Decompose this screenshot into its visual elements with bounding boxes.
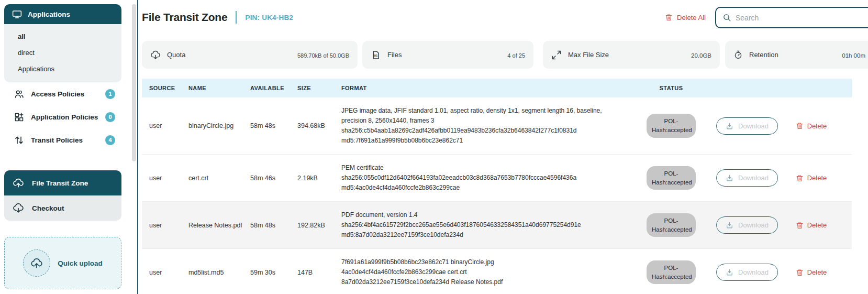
- table-row: user md5list.md5 59m 30s 147B 7f691a61a9…: [142, 249, 852, 294]
- trash-icon: [665, 13, 673, 21]
- status-badge: POL-Hash:accepted: [647, 166, 696, 190]
- sidebar-item-checkout[interactable]: Checkout: [4, 195, 121, 221]
- cell-format: PDF document, version 1.4 sha256:4bf4ac6…: [341, 210, 635, 240]
- col-size: SIZE: [297, 85, 341, 91]
- download-label: Download: [738, 174, 769, 182]
- cell-format: JPEG image data, JFIF standard 1.01, asp…: [341, 106, 635, 146]
- cell-available: 58m 46s: [250, 175, 297, 182]
- sidebar-item-transit-policies[interactable]: Transit Policies 4: [4, 128, 121, 151]
- download-label: Download: [738, 221, 769, 229]
- cell-name: Release Notes.pdf: [188, 222, 250, 229]
- download-icon: [726, 122, 733, 130]
- sidebar-item-direct[interactable]: direct: [4, 45, 121, 61]
- card-value-wrap: 4 of 25: [507, 50, 525, 60]
- count-badge: 0: [105, 112, 115, 122]
- content-divider: [137, 0, 138, 294]
- col-name: NAME: [188, 85, 250, 91]
- col-source: SOURCE: [149, 85, 188, 91]
- quick-upload-label: Quick upload: [58, 259, 103, 267]
- format-line: PEM certificate: [341, 163, 628, 173]
- card-value-wrap: 20.0GB: [691, 50, 711, 60]
- delete-button[interactable]: Delete: [796, 221, 827, 230]
- delete-button[interactable]: Delete: [796, 174, 827, 182]
- trash-icon: [796, 174, 804, 182]
- status-badge: POL-Hash:accepted: [647, 114, 696, 137]
- cell-status: POL-Hash:accepted: [635, 260, 708, 284]
- format-line: sha256:c5b4aab1a8269c2adf426afbb0119ea94…: [341, 126, 628, 136]
- delete-all-button[interactable]: Delete All: [665, 13, 706, 21]
- cell-download: Download: [708, 264, 786, 281]
- files-table: SOURCE NAME AVAILABLE SIZE FORMAT STATUS…: [142, 79, 852, 294]
- download-label: Download: [738, 268, 769, 276]
- card-label: Quota: [167, 51, 291, 59]
- sidebar-item-applications[interactable]: Applications: [4, 61, 121, 77]
- format-line: sha256:4bf4ac615729f2bcc265ae55e6d403f18…: [341, 220, 628, 230]
- table-row: user Release Notes.pdf 58m 48s 192.82kB …: [142, 202, 852, 249]
- sidebar-item-access-policies[interactable]: Access Policies 1: [4, 82, 121, 105]
- download-icon: [726, 268, 733, 276]
- download-button[interactable]: Download: [716, 264, 778, 281]
- vertical-scrollbar-thumb[interactable]: [132, 4, 136, 161]
- cell-available: 59m 30s: [250, 269, 297, 276]
- format-line: 4ac0de4cf4da460fccfe2b863c299cae cert.cr…: [341, 267, 628, 277]
- search-input[interactable]: [736, 14, 868, 22]
- cell-size: 192.82kB: [297, 222, 341, 229]
- card-label: Max File Size: [568, 51, 685, 59]
- col-status: STATUS: [635, 85, 708, 91]
- format-line: JPEG image data, JFIF standard 1.01, asp…: [341, 106, 628, 126]
- cell-status: POL-Hash:accepted: [635, 166, 708, 190]
- format-line: md5:4ac0de4cf4da460fccfe2b863c299cae: [341, 183, 628, 193]
- sidebar-item-application-policies[interactable]: Application Policies 0: [4, 105, 121, 128]
- format-line: sha256:055c0df12d6402f664193fa02eeadcb03…: [341, 173, 628, 183]
- page-title: File Transit Zone: [142, 11, 227, 24]
- col-available: AVAILABLE: [250, 85, 297, 91]
- search-icon: [722, 13, 731, 22]
- cell-delete: Delete: [786, 122, 836, 130]
- cell-status: POL-Hash:accepted: [635, 114, 708, 137]
- delete-label: Delete: [807, 174, 827, 182]
- cell-source: user: [149, 269, 188, 276]
- status-badge: POL-Hash:accepted: [647, 260, 696, 284]
- trash-icon: [796, 221, 804, 230]
- expand-arrows-icon: [551, 50, 562, 60]
- max-file-size-card: Max File Size 20.0GB: [543, 41, 720, 69]
- cell-delete: Delete: [786, 174, 836, 182]
- sidebar-item-all[interactable]: all: [4, 28, 121, 45]
- trash-icon: [796, 268, 804, 277]
- table-header-row: SOURCE NAME AVAILABLE SIZE FORMAT STATUS: [142, 79, 852, 97]
- download-label: Download: [738, 122, 769, 130]
- nav-label: Access Policies: [31, 90, 99, 98]
- retention-card: Retention 01h 00m: [725, 41, 868, 69]
- cell-delete: Delete: [786, 268, 836, 277]
- sidebar-item-applications-header[interactable]: Applications: [4, 4, 121, 24]
- title-divider: [236, 11, 237, 24]
- download-button[interactable]: Download: [716, 169, 778, 187]
- delete-button[interactable]: Delete: [796, 268, 827, 277]
- table-row: user binaryCircle.jpg 58m 48s 394.68kB J…: [142, 97, 852, 155]
- users-icon: [14, 89, 25, 100]
- nav-label: Transit Policies: [31, 136, 99, 144]
- cell-name: cert.crt: [188, 175, 250, 182]
- retention-value: 01h 00m: [842, 52, 865, 59]
- sidebar-item-file-transit-zone[interactable]: File Transit Zone: [4, 170, 121, 195]
- applications-sublist: all direct Applications: [4, 24, 121, 82]
- format-line: md5:7f691a61a999f9b5b08b6bc23e862c71: [341, 136, 628, 146]
- download-button[interactable]: Download: [716, 117, 778, 135]
- cell-status: POL-Hash:accepted: [635, 213, 708, 237]
- delete-label: Delete: [807, 122, 827, 130]
- status-badge: POL-Hash:accepted: [647, 213, 696, 237]
- cell-name: binaryCircle.jpg: [188, 122, 250, 129]
- quick-upload-dropzone[interactable]: Quick upload: [4, 237, 121, 289]
- card-value-wrap: 589.70kB of 50.0GB: [297, 50, 349, 60]
- cell-format: PEM certificate sha256:055c0df12d6402f66…: [341, 163, 635, 193]
- binary-file-icon: 01: [371, 50, 381, 60]
- col-format: FORMAT: [341, 85, 635, 91]
- delete-button[interactable]: Delete: [796, 122, 827, 130]
- format-line: 7f691a61a999f9b5b08b6bc23e862c71 binaryC…: [341, 257, 628, 267]
- card-value-wrap: 01h 00m: [842, 50, 865, 60]
- applications-header-label: Applications: [28, 10, 70, 18]
- cell-delete: Delete: [786, 221, 836, 230]
- download-icon: [726, 174, 733, 182]
- format-line: PDF document, version 1.4: [341, 210, 628, 220]
- download-button[interactable]: Download: [716, 216, 778, 234]
